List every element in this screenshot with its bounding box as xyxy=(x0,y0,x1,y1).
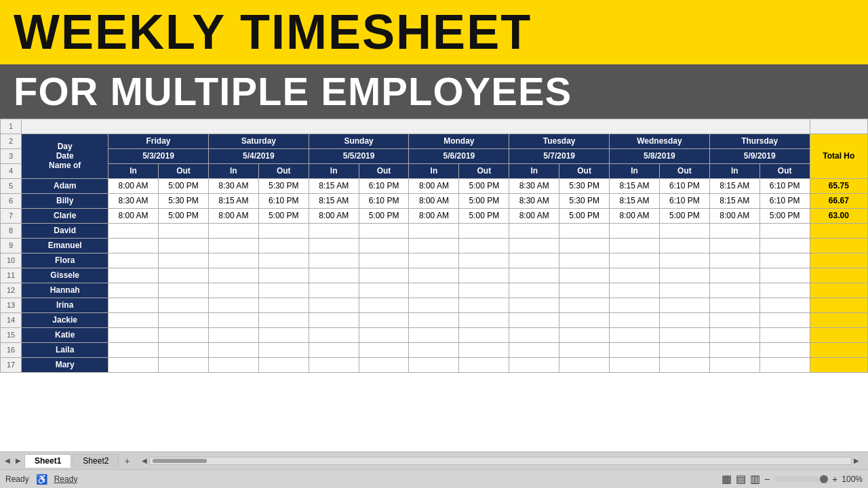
adam-sun-in[interactable]: 8:15 AM xyxy=(309,178,359,193)
zoom-slider[interactable] xyxy=(774,476,828,482)
emp-name-billy[interactable]: Billy xyxy=(22,193,108,208)
adam-sun-out[interactable]: 6:10 PM xyxy=(359,178,409,193)
total-hours-header: Total Ho xyxy=(810,134,867,178)
sat-in: In xyxy=(208,163,258,178)
clarie-sat-out[interactable]: 5:00 PM xyxy=(258,208,309,223)
billy-tue-in[interactable]: 8:30 AM xyxy=(509,193,559,208)
thu-in: In xyxy=(709,163,760,178)
wed-out: Out xyxy=(659,163,709,178)
adam-tue-out[interactable]: 5:30 PM xyxy=(559,178,610,193)
adam-wed-out[interactable]: 6:10 PM xyxy=(659,178,709,193)
label-day-date-name: Day Date Name of xyxy=(22,134,108,178)
billy-fri-in[interactable]: 8:30 AM xyxy=(108,193,159,208)
row-10-flora: 10 Flora xyxy=(1,253,868,268)
row-11-gissele: 11 Gissele xyxy=(1,268,868,283)
thursday-date: 5/9/2019 xyxy=(709,148,810,163)
sheet-tab-sheet1[interactable]: Sheet1 xyxy=(24,454,71,468)
clarie-sat-in[interactable]: 8:00 AM xyxy=(208,208,258,223)
billy-sun-out[interactable]: 6:10 PM xyxy=(359,193,409,208)
row-num-6: 6 xyxy=(1,193,22,208)
hscroll-right[interactable]: ▶ xyxy=(852,457,861,464)
add-sheet-button[interactable]: + xyxy=(120,455,134,467)
clarie-sun-in[interactable]: 8:00 AM xyxy=(309,208,359,223)
row-17-mary: 17 Mary xyxy=(1,357,868,372)
clarie-wed-in[interactable]: 8:00 AM xyxy=(610,208,660,223)
view-page-break-icon[interactable]: ▥ xyxy=(750,472,760,485)
clarie-tue-out[interactable]: 5:00 PM xyxy=(559,208,610,223)
row-16-laila: 16 Laila xyxy=(1,342,868,357)
clarie-fri-in[interactable]: 8:00 AM xyxy=(108,208,159,223)
wednesday-header: Wednesday xyxy=(610,134,710,148)
wednesday-date: 5/8/2019 xyxy=(610,148,710,163)
adam-sat-in[interactable]: 8:30 AM xyxy=(208,178,258,193)
billy-tue-out[interactable]: 5:30 PM xyxy=(559,193,610,208)
adam-fri-out[interactable]: 5:00 PM xyxy=(159,178,209,193)
billy-wed-out[interactable]: 6:10 PM xyxy=(659,193,709,208)
billy-wed-in[interactable]: 8:15 AM xyxy=(610,193,660,208)
view-normal-icon[interactable]: ▦ xyxy=(722,472,732,485)
horizontal-scrollbar[interactable] xyxy=(149,457,852,465)
sub-title: FOR MULTIPLE EMPLOYEES xyxy=(14,70,854,113)
view-page-layout-icon[interactable]: ▤ xyxy=(736,472,746,485)
clarie-tue-in[interactable]: 8:00 AM xyxy=(509,208,559,223)
spreadsheet-area: 1 2 Day Date Name of Friday Saturday Sun… xyxy=(0,119,868,373)
sun-in: In xyxy=(309,163,359,178)
sunday-header: Sunday xyxy=(309,134,409,148)
billy-sat-out[interactable]: 6:10 PM xyxy=(258,193,309,208)
sheet-tabs-bar: ◀ ▶ Sheet1 Sheet2 + ◀ ▶ xyxy=(0,451,868,469)
saturday-header: Saturday xyxy=(208,134,309,148)
row-12-hannah: 12 Hannah xyxy=(1,283,868,298)
sun-out: Out xyxy=(359,163,409,178)
adam-mon-out[interactable]: 5:00 PM xyxy=(459,178,509,193)
adam-mon-in[interactable]: 8:00 AM xyxy=(409,178,459,193)
row-num-4: 4 xyxy=(1,163,22,178)
clarie-mon-out[interactable]: 5:00 PM xyxy=(459,208,509,223)
clarie-wed-out[interactable]: 5:00 PM xyxy=(659,208,709,223)
thu-out: Out xyxy=(760,163,810,178)
zoom-level: 100% xyxy=(842,474,863,484)
emp-name-clarie[interactable]: Clarie xyxy=(22,208,108,223)
tuesday-header: Tuesday xyxy=(509,134,610,148)
emp-name-adam[interactable]: Adam xyxy=(22,178,108,193)
adam-total: 65.75 xyxy=(810,178,867,193)
accessibility-label[interactable]: Ready xyxy=(54,474,78,484)
title-gray-bg: FOR MULTIPLE EMPLOYEES xyxy=(0,64,868,119)
zoom-slider-plus[interactable]: + xyxy=(832,474,837,485)
row-9-emanuel: 9 Emanuel xyxy=(1,238,868,253)
clarie-sun-out[interactable]: 5:00 PM xyxy=(359,208,409,223)
clarie-thu-in[interactable]: 8:00 AM xyxy=(709,208,760,223)
saturday-date: 5/4/2019 xyxy=(208,148,309,163)
clarie-thu-out[interactable]: 5:00 PM xyxy=(760,208,810,223)
adam-wed-in[interactable]: 8:15 AM xyxy=(610,178,660,193)
adam-fri-in[interactable]: 8:00 AM xyxy=(108,178,159,193)
sheet-scroll-left[interactable]: ◀ xyxy=(3,457,12,464)
sheet-scroll-right[interactable]: ▶ xyxy=(14,457,23,464)
sheet-tab-sheet2[interactable]: Sheet2 xyxy=(73,454,119,467)
billy-mon-out[interactable]: 5:00 PM xyxy=(459,193,509,208)
tue-out: Out xyxy=(559,163,610,178)
monday-header: Monday xyxy=(409,134,509,148)
billy-sun-in[interactable]: 8:15 AM xyxy=(309,193,359,208)
adam-thu-out[interactable]: 6:10 PM xyxy=(760,178,810,193)
clarie-mon-in[interactable]: 8:00 AM xyxy=(409,208,459,223)
billy-thu-out[interactable]: 6:10 PM xyxy=(760,193,810,208)
clarie-total: 63.00 xyxy=(810,208,867,223)
adam-thu-in[interactable]: 8:15 AM xyxy=(709,178,760,193)
billy-thu-in[interactable]: 8:15 AM xyxy=(709,193,760,208)
zoom-slider-minus[interactable]: − xyxy=(764,474,770,485)
adam-tue-in[interactable]: 8:30 AM xyxy=(509,178,559,193)
billy-fri-out[interactable]: 5:30 PM xyxy=(159,193,209,208)
hscroll-left[interactable]: ◀ xyxy=(140,457,149,464)
wed-in: In xyxy=(610,163,660,178)
billy-mon-in[interactable]: 8:00 AM xyxy=(409,193,459,208)
status-ready: Ready xyxy=(5,474,29,484)
row-6-billy: 6 Billy 8:30 AM 5:30 PM 8:15 AM 6:10 PM … xyxy=(1,193,868,208)
bottom-area: ◀ ▶ Sheet1 Sheet2 + ◀ ▶ Ready ♿ Ready ▦ … xyxy=(0,451,868,488)
adam-sat-out[interactable]: 5:30 PM xyxy=(258,178,309,193)
clarie-fri-out[interactable]: 5:00 PM xyxy=(159,208,209,223)
main-title: WEEKLY TIMESHEET xyxy=(14,5,854,59)
row-num-5: 5 xyxy=(1,178,22,193)
row-4-inout: 4 In Out In Out In Out In Out In Out In … xyxy=(1,163,868,178)
billy-sat-in[interactable]: 8:15 AM xyxy=(208,193,258,208)
fri-out: Out xyxy=(159,163,209,178)
